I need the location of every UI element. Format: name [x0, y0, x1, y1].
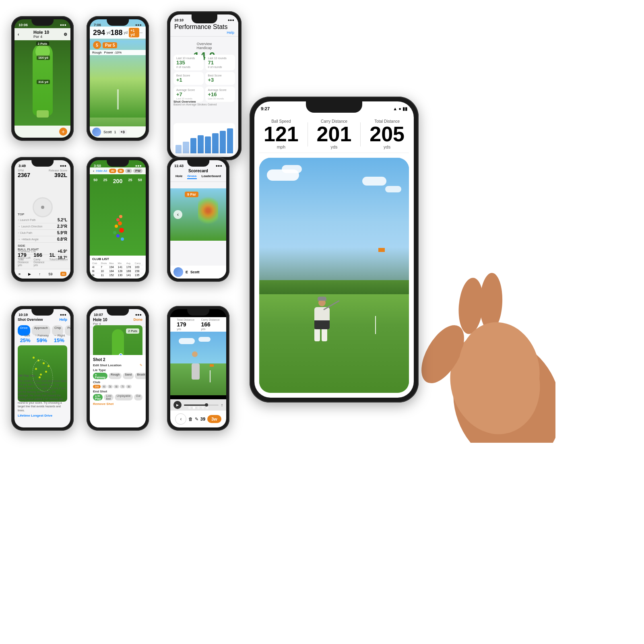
- notch-2: [107, 19, 129, 26]
- ball-speed-value: 121: [264, 124, 299, 144]
- share-icon[interactable]: ↑: [39, 272, 41, 276]
- hole10-par: Par 4: [33, 35, 49, 39]
- done-button[interactable]: Done: [134, 318, 143, 326]
- tab-gross[interactable]: Gross: [187, 174, 196, 179]
- heatmap-overlay: [198, 196, 218, 225]
- score-tabs: Hole Gross Leaderboard: [174, 173, 222, 180]
- add-button[interactable]: +: [59, 128, 67, 136]
- lie-sand[interactable]: Sand: [123, 373, 134, 379]
- player-bottom-row: E Scott: [170, 266, 226, 279]
- carry-stat-val: 166: [201, 321, 220, 328]
- launch-dir-row: → Launch Direction 2.3°R: [18, 223, 67, 230]
- video-frame: [170, 332, 226, 395]
- spin-section: SPM 2367: [18, 169, 30, 178]
- notch-6: [187, 160, 210, 167]
- battery-1: ●●●: [60, 23, 66, 27]
- spin-value: 2367: [18, 172, 30, 178]
- distance-main: 294: [93, 29, 105, 37]
- chart-area: [173, 123, 235, 155]
- face-angle-val: 0.8°R: [57, 237, 67, 242]
- time-6: 11:43: [174, 164, 184, 168]
- edit-icon[interactable]: ✎: [140, 363, 142, 367]
- bar-4: [198, 135, 204, 154]
- total-stat-val: 179: [177, 321, 194, 328]
- end-out[interactable]: Out: [134, 394, 142, 400]
- grass: [259, 280, 409, 393]
- tab-hole[interactable]: Hole: [175, 174, 182, 179]
- battery-7: ●●●: [60, 313, 66, 317]
- end-unplayable[interactable]: Unplayable: [115, 394, 133, 400]
- end-inplay[interactable]: ● In Play: [93, 394, 103, 400]
- club-3w[interactable]: 3W: [93, 385, 101, 388]
- lie-brush[interactable]: Brush: [135, 373, 146, 379]
- stat-rounds-2: Last 10 rounds 71 # of rounds: [205, 55, 235, 70]
- face-angle-row: → +Attack Angle 0.8°R: [18, 236, 67, 243]
- cloud-2: [282, 165, 302, 173]
- chart-subtitle: Based on Average Strokes Gained: [173, 103, 235, 106]
- player-score: 1: [114, 130, 116, 134]
- lie-options: ● Fairway Rough Sand Brush: [93, 373, 142, 379]
- dir-left: ← Left 25%: [20, 334, 31, 343]
- club-4i[interactable]: 4i: [101, 385, 107, 388]
- lie-fairway[interactable]: ● Fairway: [93, 373, 107, 379]
- progress-bar[interactable]: [184, 405, 219, 406]
- shot-panel-title: Shot 2: [93, 357, 142, 362]
- video-icon[interactable]: ▶: [28, 272, 31, 276]
- club-table-header: ClubShotsMaxMinAvgCarry: [92, 262, 143, 265]
- hole10-title: Hole 10: [33, 30, 49, 35]
- total-stat: Total Distance 179 yds: [177, 318, 194, 330]
- menu-icon[interactable]: ≡: [19, 272, 21, 276]
- tee-box: [37, 110, 49, 118]
- more-btn[interactable]: ···: [139, 31, 142, 35]
- prev-shot-btn[interactable]: ‹: [175, 413, 186, 425]
- map-back-arrow[interactable]: ‹: [173, 210, 182, 219]
- handicap-label: Handicap: [173, 46, 235, 50]
- phone-large-main: 9:27 ▲ ● ▮▮ Ball Speed 121 mph Carry Dis…: [250, 97, 419, 402]
- tree-line: [259, 247, 409, 294]
- notch-8: [107, 309, 129, 316]
- time-4: 3:49: [19, 164, 26, 168]
- layup-display: 188 yd +1 yd: [111, 28, 140, 37]
- metric-divider-1: [308, 122, 308, 147]
- score-player-name: Scott: [190, 270, 200, 274]
- carry-stat: Carry Distance 166 yds: [201, 318, 220, 330]
- total-dist: 179 Total Distance yds: [18, 252, 29, 266]
- club-row: Club 3W 4i 5i 6i 7i 8i: [93, 380, 142, 388]
- battery-9: ●●●: [216, 313, 222, 317]
- back-arrow-1[interactable]: ‹: [18, 32, 19, 37]
- heatmap-area: [102, 192, 134, 257]
- player-avatar: [92, 128, 101, 136]
- golfer-video: [192, 363, 200, 380]
- club-8i[interactable]: 8i: [126, 385, 131, 388]
- battery-5: ●●●: [135, 164, 142, 168]
- ai-badge[interactable]: AI: [60, 272, 67, 276]
- club-5i[interactable]: 5i: [107, 385, 113, 388]
- settings-icon-1[interactable]: ⚙: [64, 32, 67, 37]
- club-6i[interactable]: 6i: [114, 385, 119, 388]
- large-flag: [378, 248, 385, 252]
- overview-label: Overview: [173, 42, 235, 46]
- score-map: ‹ 9 Par: [170, 188, 226, 241]
- ball-speed-metric: Ball Speed 121 mph: [264, 119, 299, 149]
- club-path-val: 5.9°R: [57, 231, 67, 235]
- par-badge: Par 5: [103, 42, 117, 48]
- phone-performance-stats: 10:10 ●●● Performance Stats Help Overvie…: [167, 11, 242, 160]
- help-link[interactable]: Help: [227, 31, 234, 35]
- trash-icon[interactable]: 🗑: [188, 417, 193, 421]
- club-7i[interactable]: 7i: [120, 385, 125, 388]
- club-row-1: 4i7194141176163: [92, 265, 143, 269]
- phone-launch-monitor: 3:49 ●●● SPM 2367 Release Score 392L TOP…: [11, 157, 74, 282]
- longest-drive: Lifetime Longest Drive: [18, 414, 67, 418]
- club-options: 3W 4i 5i 6i 7i 8i: [93, 385, 142, 388]
- player-name: Scott: [103, 130, 112, 134]
- battery-3: ●●●: [228, 18, 234, 22]
- remove-shot-btn[interactable]: Remove Shot: [93, 402, 142, 406]
- tab-leaderboard[interactable]: Leaderboard: [202, 174, 221, 179]
- time-2: 7:06: [94, 23, 101, 27]
- edit-shot-icon[interactable]: ✎: [195, 417, 198, 422]
- end-lost[interactable]: Lost Ball: [104, 394, 113, 400]
- lie-rough[interactable]: Rough: [109, 373, 122, 379]
- bar-5: [205, 136, 211, 153]
- stats-grid: Last 10 rounds 135 # of rounds Last 10 r…: [173, 55, 235, 102]
- battery-8: ●●●: [135, 313, 142, 317]
